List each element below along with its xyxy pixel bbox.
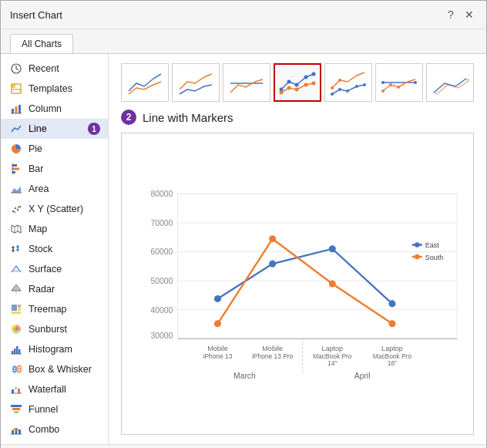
chart-thumb-line[interactable] — [121, 63, 169, 102]
chart-name-row: 2 Line with Markers — [121, 109, 474, 125]
svg-point-66 — [280, 91, 284, 95]
svg-point-62 — [287, 80, 291, 84]
svg-point-65 — [312, 72, 316, 76]
svg-text:40000: 40000 — [150, 306, 173, 315]
pie-icon — [10, 143, 22, 155]
sidebar-item-funnel[interactable]: Funnel — [1, 399, 108, 419]
sidebar-label-pie: Pie — [29, 143, 42, 154]
sidebar-label-sunburst: Sunburst — [29, 324, 67, 335]
sidebar-item-map[interactable]: Map — [1, 219, 108, 239]
svg-rect-9 — [12, 168, 19, 170]
radar-icon — [10, 283, 22, 295]
recent-icon — [10, 62, 22, 75]
sidebar-item-radar[interactable]: Radar — [1, 279, 108, 299]
sidebar-label-funnel: Funnel — [29, 404, 58, 415]
svg-rect-38 — [16, 346, 18, 354]
svg-rect-49 — [12, 389, 14, 393]
sidebar-item-treemap[interactable]: Treemap — [1, 299, 108, 319]
svg-rect-84 — [178, 194, 457, 339]
svg-point-69 — [304, 83, 308, 87]
close-button[interactable]: ✕ — [462, 7, 477, 22]
svg-point-71 — [331, 93, 334, 96]
bar-icon — [10, 163, 22, 175]
chart-thumb-3d-line[interactable] — [426, 63, 474, 102]
sidebar-item-area[interactable]: Area — [1, 179, 108, 199]
svg-point-72 — [338, 88, 341, 91]
dialog-content: Recent Templates — [1, 54, 486, 444]
stock-icon — [10, 243, 22, 255]
svg-point-76 — [331, 86, 334, 89]
sidebar-item-sunburst[interactable]: Sunburst — [1, 319, 108, 339]
svg-rect-39 — [18, 349, 21, 354]
svg-rect-53 — [11, 405, 22, 407]
treemap-icon — [10, 303, 22, 315]
sidebar-label-stock: Stock — [29, 244, 52, 254]
badge-2: 2 — [121, 109, 136, 125]
title-bar: Insert Chart ? ✕ — [1, 1, 486, 29]
map-icon — [10, 223, 22, 235]
svg-point-16 — [17, 209, 18, 211]
sidebar-label-radar: Radar — [29, 284, 55, 295]
sidebar-label-map: Map — [29, 224, 47, 234]
sidebar-item-combo[interactable]: Combo — [1, 419, 108, 440]
chart-thumb-stacked-line[interactable] — [172, 63, 220, 102]
sidebar-label-templates: Templates — [29, 83, 72, 94]
sidebar-item-recent[interactable]: Recent — [1, 59, 108, 79]
svg-point-123 — [415, 254, 419, 259]
chart-types-row — [121, 63, 474, 102]
chart-thumb-100-markers[interactable] — [375, 63, 423, 102]
sidebar-item-line[interactable]: Line 1 — [1, 119, 108, 139]
svg-text:iPhone 13: iPhone 13 — [203, 352, 233, 360]
svg-rect-33 — [18, 308, 21, 311]
sidebar-item-box[interactable]: Box & Whisker — [1, 359, 108, 379]
sidebar-label-surface: Surface — [29, 264, 62, 275]
svg-rect-55 — [14, 411, 18, 413]
tab-row: All Charts — [1, 29, 486, 54]
svg-rect-50 — [15, 387, 17, 389]
sidebar-label-bar: Bar — [29, 163, 43, 174]
svg-point-82 — [389, 83, 392, 86]
histogram-icon — [10, 343, 22, 355]
sidebar-label-xy: X Y (Scatter) — [29, 204, 83, 214]
svg-rect-37 — [14, 349, 16, 354]
sidebar: Recent Templates — [1, 54, 109, 444]
svg-text:East: East — [425, 241, 440, 249]
sidebar-item-histogram[interactable]: Histogram — [1, 339, 108, 359]
chart-thumb-100-stacked-line[interactable] — [223, 63, 270, 102]
svg-point-19 — [18, 207, 19, 208]
svg-rect-32 — [18, 305, 21, 308]
sidebar-item-templates[interactable]: Templates — [1, 79, 108, 99]
svg-point-99 — [329, 245, 336, 252]
surface-icon — [10, 263, 22, 275]
svg-text:iPhone 13 Pro: iPhone 13 Pro — [252, 352, 294, 360]
chart-preview-svg: 80000 70000 60000 50000 40000 30000 — [128, 140, 467, 428]
sidebar-label-combo: Combo — [29, 424, 59, 435]
svg-point-79 — [381, 81, 385, 84]
svg-point-80 — [414, 81, 417, 84]
insert-chart-dialog: Insert Chart ? ✕ All Charts Recent — [0, 0, 487, 448]
sidebar-item-stock[interactable]: Stock — [1, 239, 108, 259]
all-charts-tab[interactable]: All Charts — [10, 34, 73, 53]
sidebar-item-waterfall[interactable]: Waterfall — [1, 379, 108, 399]
svg-point-101 — [214, 320, 221, 327]
svg-rect-58 — [18, 429, 21, 434]
svg-rect-2 — [12, 84, 15, 88]
svg-rect-10 — [12, 171, 15, 173]
sidebar-item-xy[interactable]: X Y (Scatter) — [1, 199, 108, 219]
chart-thumb-stacked-markers[interactable] — [324, 63, 372, 102]
templates-icon — [10, 83, 22, 95]
sidebar-label-column: Column — [29, 103, 62, 114]
chart-preview: 80000 70000 60000 50000 40000 30000 — [121, 133, 474, 435]
svg-text:80000: 80000 — [150, 190, 173, 198]
svg-text:14": 14" — [327, 359, 337, 367]
svg-marker-12 — [12, 187, 21, 193]
help-button[interactable]: ? — [443, 7, 458, 22]
sidebar-item-surface[interactable]: Surface — [1, 259, 108, 279]
svg-point-97 — [214, 295, 221, 302]
svg-point-81 — [381, 89, 385, 93]
sidebar-item-bar[interactable]: Bar — [1, 159, 108, 179]
chart-thumb-line-markers[interactable] — [274, 63, 321, 102]
sidebar-item-pie[interactable]: Pie — [1, 139, 108, 159]
svg-rect-8 — [12, 164, 17, 167]
sidebar-item-column[interactable]: Column — [1, 99, 108, 119]
